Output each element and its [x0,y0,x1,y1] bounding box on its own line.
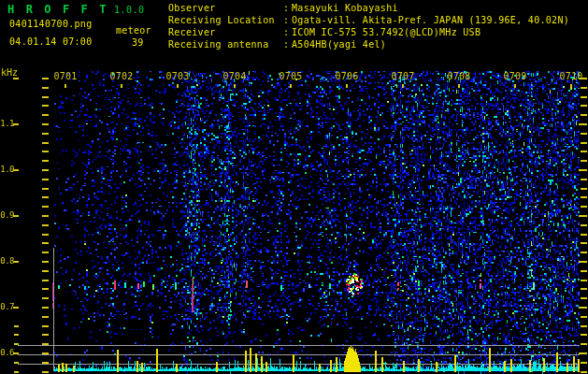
hrofft-window: H R O F F T 1.0.0 0401140700.png meteor … [0,0,588,374]
mode-label: meteor [116,25,151,36]
app-version: 1.0.0 [114,5,145,15]
info-separator: : [283,27,289,37]
info-label: Receiving antenna [168,39,268,50]
station-info-block: Observer:Masayuki KobayashiReceiving Loc… [168,3,588,59]
x-axis-time-label: 0703 [164,71,192,81]
info-value: Ogata-vill. Akita-Pref. JAPAN (139.96E, … [292,15,569,25]
info-row: Receiving Location:Ogata-vill. Akita-Pre… [168,15,588,27]
y-axis-tick-label: 1.1 [0,119,14,128]
info-separator: : [283,39,289,50]
x-axis-time-label: 0706 [333,71,361,81]
x-axis-time-label: 0701 [51,71,79,81]
x-axis-time-label: 0709 [501,71,529,81]
info-label: Observer [168,3,216,13]
x-axis-time-label: 0704 [221,71,249,81]
y-axis-unit-label: kHz [1,67,18,78]
y-axis-tick-label: 0.6 [0,348,14,357]
info-label: Receiving Location [168,15,275,25]
y-axis-tick-label: 0.8 [0,256,14,266]
info-separator: : [283,15,289,25]
file-name: 0401140700.png [9,19,93,29]
y-axis-tick-label: 1.0 [0,165,14,174]
x-axis-time-label: 0702 [108,71,136,81]
info-separator: : [283,3,289,13]
info-row: Observer:Masayuki Kobayashi [168,3,588,15]
y-axis-tick-label: 0.9 [0,210,14,220]
datetime: 04.01.14 07:00 [9,36,93,47]
info-value: Masayuki Kobayashi [292,3,398,13]
y-axis-tick-label: 0.7 [0,302,14,311]
x-axis-time-label: 0710 [557,71,585,81]
info-value: A504HB(yagi 4el) [292,39,386,50]
info-row: Receiver:ICOM IC-575 53.7492(@LCD)MHz US… [168,27,588,39]
info-row: Receiving antenna:A504HB(yagi 4el) [168,39,588,51]
echo-count: 39 [132,37,144,48]
app-title: H R O F F T [7,3,108,16]
x-axis-time-label: 0708 [445,71,473,81]
info-label: Receiver [168,27,216,37]
info-value: ICOM IC-575 53.7492(@LCD)MHz USB [292,27,480,37]
x-axis-time-label: 0705 [277,71,305,81]
x-axis-time-label: 0707 [389,71,417,81]
